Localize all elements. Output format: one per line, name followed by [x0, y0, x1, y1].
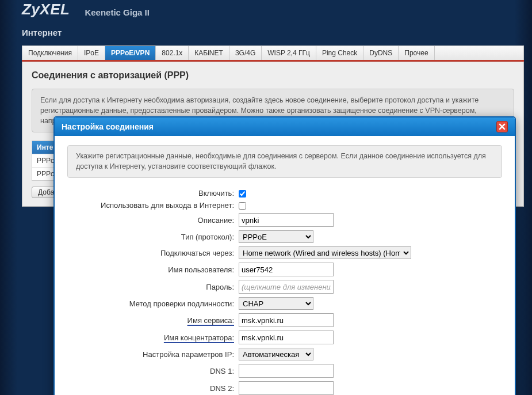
connection-settings-dialog: Настройка соединения Укажите регистрацио… — [53, 116, 516, 395]
label-service-name: Имя сервиса: — [187, 316, 234, 325]
tab-bar: ПодключенияIPoEPPPoE/VPN802.1xКАБiNET3G/… — [22, 45, 524, 60]
ip-settings-select[interactable]: Автоматическая — [239, 348, 313, 360]
tab-подключения[interactable]: Подключения — [22, 46, 78, 60]
device-model: Keenetic Giga II — [85, 7, 150, 18]
label-auth-method: Метод проверки подлинности: — [67, 295, 239, 312]
label-dns2: DNS 2: — [67, 379, 239, 395]
tab-wisp-2-4-ггц[interactable]: WISP 2,4 ГГц — [262, 46, 316, 60]
username-input[interactable] — [239, 263, 334, 276]
tab-ping-check[interactable]: Ping Check — [316, 46, 363, 60]
type-select[interactable]: PPPoE — [239, 230, 313, 243]
tab-3g-4g[interactable]: 3G/4G — [229, 46, 262, 60]
panel-title: Соединения с авторизацией (PPP) — [32, 70, 514, 81]
label-description: Описание: — [67, 211, 239, 229]
tab-dydns[interactable]: DyDNS — [363, 46, 399, 60]
label-enable: Включить: — [67, 187, 239, 199]
settings-form: Включить: Использовать для выхода в Инте… — [67, 187, 502, 395]
description-input[interactable] — [239, 213, 334, 227]
dialog-titlebar: Настройка соединения — [55, 117, 515, 136]
dialog-note: Укажите регистрационные данные, необходи… — [67, 145, 502, 178]
concentrator-name-input[interactable] — [239, 331, 334, 344]
label-concentrator-name: Имя концентратора: — [164, 333, 234, 342]
dialog-title: Настройка соединения — [62, 122, 154, 131]
label-connect-via: Подключаться через: — [67, 245, 239, 261]
label-ip-settings: Настройка параметров IP: — [67, 346, 239, 362]
label-use-internet: Использовать для выхода в Интернет: — [67, 199, 239, 211]
tab-прочее[interactable]: Прочее — [399, 46, 434, 60]
connect-via-select[interactable]: Home network (Wired and wireless hosts) … — [239, 246, 411, 259]
use-internet-checkbox[interactable] — [239, 202, 246, 210]
label-type: Тип (протокол): — [67, 229, 239, 245]
dialog-body: Укажите регистрационные данные, необходи… — [55, 136, 515, 395]
dns2-input[interactable] — [239, 381, 334, 395]
header: ZyXEL Keenetic Giga II — [0, 0, 532, 18]
tab-pppoe-vpn[interactable]: PPPoE/VPN — [105, 46, 156, 60]
label-password: Пароль: — [67, 278, 239, 295]
tab-ipoe[interactable]: IPoE — [78, 46, 105, 60]
label-username: Имя пользователя: — [67, 261, 239, 278]
service-name-input[interactable] — [239, 313, 334, 327]
enable-checkbox[interactable] — [239, 190, 246, 198]
page-root: ZyXEL Keenetic Giga II Интернет Подключе… — [0, 0, 532, 395]
tab-802-1x[interactable]: 802.1x — [156, 46, 189, 60]
auth-method-select[interactable]: CHAP — [239, 297, 313, 310]
tab-кабinet[interactable]: КАБiNET — [189, 46, 229, 60]
brand-logo: ZyXEL — [22, 1, 70, 18]
label-dns1: DNS 1: — [67, 362, 239, 379]
dns1-input[interactable] — [239, 364, 334, 378]
section-title: Интернет — [0, 18, 532, 45]
password-input[interactable] — [239, 280, 334, 294]
close-icon[interactable] — [496, 121, 508, 132]
